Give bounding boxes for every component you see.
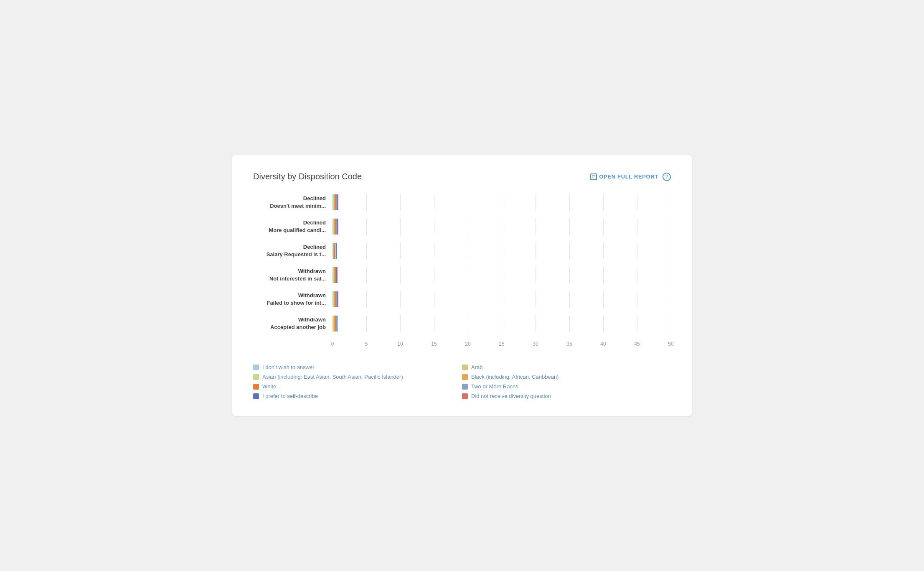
- grid-line: [637, 194, 637, 211]
- grid-line: [536, 291, 536, 308]
- legend-item: Two or More Races: [462, 383, 671, 390]
- x-tick-label: 25: [499, 341, 504, 347]
- legend-swatch: [253, 384, 259, 390]
- grid-line: [671, 242, 671, 259]
- grid-line: [502, 194, 502, 211]
- bar-row: DeclinedSalary Requested is t...: [253, 242, 671, 259]
- bar-label: WithdrawnAccepted another job: [253, 316, 333, 331]
- grid-line: [603, 291, 604, 308]
- open-full-report-link[interactable]: ❐ OPEN FULL REPORT: [590, 173, 658, 180]
- x-tick-label: 20: [465, 341, 470, 347]
- bar-wrapper: [333, 194, 671, 211]
- bar-wrapper: [333, 291, 671, 308]
- grid-line: [366, 267, 367, 283]
- legend-item: I prefer to self-describe: [253, 393, 462, 399]
- bar-wrapper: [333, 267, 671, 283]
- legend-label: I don't wish to answer: [262, 364, 315, 370]
- x-tick-label: 10: [397, 341, 403, 347]
- bar-row: DeclinedDoesn't meet minim...: [253, 194, 671, 211]
- grid-line: [468, 267, 468, 283]
- bars-container: DeclinedDoesn't meet minim...DeclinedMor…: [253, 194, 671, 339]
- grid-line: [434, 242, 434, 259]
- grid-line: [400, 194, 401, 211]
- grid-line: [671, 291, 671, 308]
- legend-label: Black (including: African, Caribbean): [471, 374, 559, 380]
- help-icon[interactable]: ?: [663, 173, 671, 181]
- legend-label: Did not receive diversity question: [471, 393, 551, 399]
- grid-line: [400, 315, 401, 332]
- open-full-report-label: OPEN FULL REPORT: [599, 173, 658, 180]
- grid-line: [536, 267, 536, 283]
- bar-segment: [337, 267, 338, 283]
- x-tick-label: 40: [600, 341, 606, 347]
- legend-item: Black (including: African, Caribbean): [462, 374, 671, 380]
- bar-row: WithdrawnNot interested in sal...: [253, 267, 671, 283]
- x-tick-label: 5: [365, 341, 368, 347]
- grid-line: [400, 291, 401, 308]
- grid-lines: [333, 242, 671, 259]
- legend-label: Arab: [471, 364, 482, 370]
- grid-line: [603, 267, 604, 283]
- legend-item: I don't wish to answer: [253, 364, 462, 370]
- bars-with-grid: DeclinedDoesn't meet minim...DeclinedMor…: [253, 194, 671, 352]
- legend-swatch: [462, 384, 468, 390]
- grid-line: [569, 267, 570, 283]
- grid-line: [366, 242, 367, 259]
- grid-line: [603, 242, 604, 259]
- grid-line: [637, 291, 637, 308]
- grid-line: [366, 291, 367, 308]
- grid-line: [536, 218, 536, 235]
- bar-segment: [336, 243, 337, 259]
- report-icon: ❐: [590, 173, 597, 180]
- grid-line: [468, 194, 468, 211]
- grid-line: [637, 218, 637, 235]
- grid-line: [502, 218, 502, 235]
- bar-segment: [338, 291, 338, 307]
- grid-line: [569, 218, 570, 235]
- grid-line: [671, 267, 671, 283]
- x-axis: 05101520253035404550: [333, 341, 671, 352]
- grid-line: [502, 315, 502, 332]
- legend-col-left: I don't wish to answerAsian (including: …: [253, 364, 462, 399]
- grid-line: [603, 315, 604, 332]
- bar-segment: [337, 316, 338, 331]
- grid-line: [671, 218, 671, 235]
- grid-line: [366, 194, 367, 211]
- bar-segment: [338, 194, 338, 210]
- bar-segments: [333, 267, 338, 283]
- bar-row: DeclinedMore qualified candi...: [253, 218, 671, 235]
- bar-wrapper: [333, 218, 671, 235]
- legend-item: Arab: [462, 364, 671, 370]
- grid-line: [434, 267, 434, 283]
- grid-line: [434, 218, 434, 235]
- grid-line: [671, 315, 671, 332]
- legend-label: I prefer to self-describe: [262, 393, 318, 399]
- grid-line: [569, 194, 570, 211]
- legend-item: Did not receive diversity question: [462, 393, 671, 399]
- grid-line: [468, 315, 468, 332]
- bar-label: DeclinedSalary Requested is t...: [253, 243, 333, 258]
- legend-label: Asian (including: East Asian, South Asia…: [262, 374, 403, 380]
- grid-lines: [333, 218, 671, 235]
- grid-line: [637, 267, 637, 283]
- legend-swatch: [253, 365, 259, 370]
- bar-segments: [333, 316, 338, 331]
- chart-legend: I don't wish to answerAsian (including: …: [253, 364, 671, 399]
- grid-line: [468, 291, 468, 308]
- legend-swatch: [462, 393, 468, 399]
- grid-line: [603, 194, 604, 211]
- grid-line: [637, 315, 637, 332]
- grid-lines: [333, 194, 671, 211]
- grid-line: [434, 194, 434, 211]
- chart-title: Diversity by Disposition Code: [253, 172, 362, 181]
- bar-segments: [333, 243, 337, 259]
- bar-segments: [333, 194, 338, 210]
- grid-line: [366, 315, 367, 332]
- bar-wrapper: [333, 242, 671, 259]
- bar-segments: [333, 219, 338, 235]
- grid-line: [671, 194, 671, 211]
- legend-item: White: [253, 383, 462, 390]
- grid-line: [569, 291, 570, 308]
- legend-swatch: [462, 365, 468, 370]
- grid-line: [603, 218, 604, 235]
